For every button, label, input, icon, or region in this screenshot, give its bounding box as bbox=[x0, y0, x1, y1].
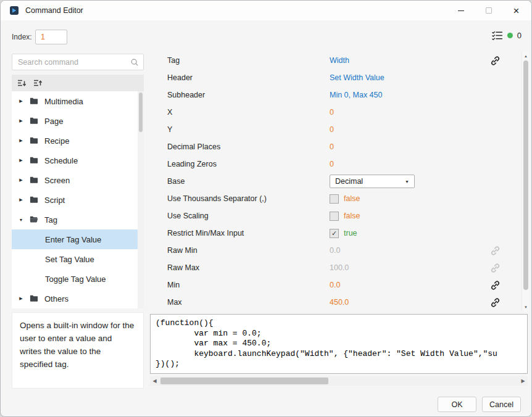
property-value[interactable]: Min 0, Max 450 bbox=[330, 91, 382, 99]
base-dropdown[interactable]: Decimal ▼ bbox=[330, 175, 415, 188]
property-row-leading-zeros: Leading Zeros 0 bbox=[150, 155, 522, 173]
command-tree: ▶ Multimedia ▶ Page ▶ Recipe ▶ S bbox=[12, 91, 144, 308]
chevron-right-icon[interactable]: ▶ bbox=[17, 296, 25, 301]
tree-item-page[interactable]: ▶ Page bbox=[12, 111, 138, 131]
scroll-right-icon[interactable]: ▶ bbox=[518, 376, 528, 386]
properties-scrollbar[interactable]: ▲ ▼ bbox=[522, 52, 529, 311]
scroll-up-icon[interactable]: ▲ bbox=[522, 52, 530, 60]
tree-item-label: Enter Tag Value bbox=[45, 235, 101, 244]
property-label: Decimal Places bbox=[150, 142, 330, 151]
index-label: Index: bbox=[12, 33, 32, 41]
code-line: (function(){ bbox=[156, 318, 522, 329]
property-row-decimal-places: Decimal Places 0 bbox=[150, 138, 522, 155]
property-row-subheader: Subheader Min 0, Max 450 bbox=[150, 86, 522, 104]
tree-item-toggle-tag-value[interactable]: Toggle Tag Value bbox=[12, 269, 138, 289]
link-icon bbox=[490, 263, 501, 273]
property-label: Tag bbox=[150, 56, 330, 65]
link-icon[interactable] bbox=[490, 297, 501, 308]
property-row-thousands-separator: Use Thousands Separator (,) false bbox=[150, 190, 522, 207]
properties-scrollbar-thumb[interactable] bbox=[523, 60, 528, 290]
folder-icon bbox=[29, 156, 39, 165]
tree-item-script[interactable]: ▶ Script bbox=[12, 190, 138, 210]
tree-item-enter-tag-value[interactable]: Enter Tag Value bbox=[12, 229, 138, 249]
property-value[interactable]: 0 bbox=[330, 108, 334, 117]
tree-item-set-tag-value[interactable]: Set Tag Value bbox=[12, 249, 138, 269]
tree-item-label: Others bbox=[44, 294, 69, 303]
close-button[interactable]: × bbox=[502, 1, 530, 20]
thousands-separator-checkbox[interactable] bbox=[330, 194, 339, 204]
use-scaling-checkbox[interactable] bbox=[330, 212, 339, 221]
property-row-raw-min: Raw Min 0.0 bbox=[150, 242, 522, 259]
code-preview[interactable]: (function(){ var min = 0.0; var max = 45… bbox=[150, 314, 528, 374]
minimize-icon bbox=[458, 10, 464, 11]
folder-icon bbox=[29, 294, 39, 303]
property-row-base: Base Decimal ▼ bbox=[150, 173, 522, 190]
maximize-button[interactable] bbox=[475, 1, 502, 20]
property-value[interactable]: 450.0 bbox=[330, 298, 349, 307]
tree-item-label: Toggle Tag Value bbox=[45, 275, 106, 284]
index-input[interactable] bbox=[35, 30, 67, 44]
event-list-icon[interactable] bbox=[491, 31, 503, 40]
tree-item-screen[interactable]: ▶ Screen bbox=[12, 170, 138, 190]
scroll-down-icon[interactable]: ▼ bbox=[522, 303, 530, 311]
property-value[interactable]: 0 bbox=[330, 125, 334, 134]
property-grid: Tag Width Header Set Width Value Subhead… bbox=[150, 52, 529, 311]
chevron-right-icon[interactable]: ▶ bbox=[17, 138, 25, 143]
tree-item-label: Set Tag Value bbox=[45, 255, 94, 264]
chevron-down-icon: ▼ bbox=[405, 180, 409, 184]
link-icon[interactable] bbox=[490, 56, 501, 66]
tree-toolbar bbox=[12, 75, 144, 91]
tree-item-schedule[interactable]: ▶ Schedule bbox=[12, 151, 138, 170]
tree-scrollbar-thumb[interactable] bbox=[139, 93, 143, 132]
property-value: 0.0 bbox=[330, 246, 340, 255]
link-icon[interactable] bbox=[490, 280, 501, 291]
property-label: Use Thousands Separator (,) bbox=[150, 194, 330, 203]
chevron-right-icon[interactable]: ▶ bbox=[17, 99, 25, 104]
folder-icon bbox=[29, 97, 39, 105]
property-label: Restrict Min/Max Input bbox=[150, 229, 330, 237]
tree-item-others[interactable]: ▶ Others bbox=[12, 289, 138, 308]
code-horizontal-scrollbar[interactable]: ◀ ▶ bbox=[150, 376, 528, 386]
tree-item-tag[interactable]: ▼ Tag bbox=[12, 210, 138, 229]
code-line: var min = 0.0; bbox=[156, 329, 522, 339]
search-input[interactable] bbox=[12, 54, 143, 70]
tree-item-multimedia[interactable]: ▶ Multimedia bbox=[12, 91, 138, 111]
chevron-right-icon[interactable]: ▶ bbox=[17, 197, 25, 202]
property-value[interactable]: 0.0 bbox=[330, 281, 340, 289]
chevron-right-icon[interactable]: ▶ bbox=[17, 178, 25, 183]
cancel-button[interactable]: Cancel bbox=[482, 397, 521, 412]
chevron-down-icon[interactable]: ▼ bbox=[17, 218, 25, 222]
maximize-icon bbox=[486, 7, 492, 14]
property-label: Max bbox=[150, 298, 330, 307]
property-value: false bbox=[344, 194, 360, 203]
folder-open-icon bbox=[29, 215, 39, 224]
folder-icon bbox=[29, 196, 39, 204]
app-icon bbox=[9, 6, 19, 15]
collapse-all-icon[interactable] bbox=[17, 78, 27, 88]
scroll-left-icon[interactable]: ◀ bbox=[150, 376, 159, 386]
property-label: Raw Min bbox=[150, 246, 330, 255]
property-label: Y bbox=[150, 125, 330, 134]
property-value[interactable]: 0 bbox=[330, 160, 334, 168]
code-scrollbar-thumb[interactable] bbox=[160, 378, 328, 384]
tree-item-recipe[interactable]: ▶ Recipe bbox=[12, 131, 138, 151]
property-row-use-scaling: Use Scaling false bbox=[150, 207, 522, 225]
ok-button[interactable]: OK bbox=[438, 397, 476, 412]
restrict-minmax-checkbox[interactable]: ✓ bbox=[330, 229, 339, 238]
expand-all-icon[interactable] bbox=[33, 78, 43, 88]
property-value[interactable]: 0 bbox=[330, 142, 334, 151]
property-value[interactable]: Set Width Value bbox=[330, 73, 384, 82]
property-label: Min bbox=[150, 281, 330, 289]
property-value[interactable]: Width bbox=[330, 56, 349, 65]
tree-scrollbar[interactable] bbox=[138, 91, 144, 308]
property-label: Use Scaling bbox=[150, 212, 330, 220]
property-row-x: X 0 bbox=[150, 104, 522, 121]
code-line: })(); bbox=[156, 359, 522, 370]
minimize-button[interactable] bbox=[447, 1, 475, 20]
chevron-right-icon[interactable]: ▶ bbox=[17, 158, 25, 163]
property-label: Raw Max bbox=[150, 263, 330, 272]
code-line: keyboard.launchKeypad("Width", {"header"… bbox=[156, 349, 522, 360]
chevron-right-icon[interactable]: ▶ bbox=[17, 118, 25, 123]
property-label: X bbox=[150, 108, 330, 117]
property-label: Header bbox=[150, 73, 330, 82]
